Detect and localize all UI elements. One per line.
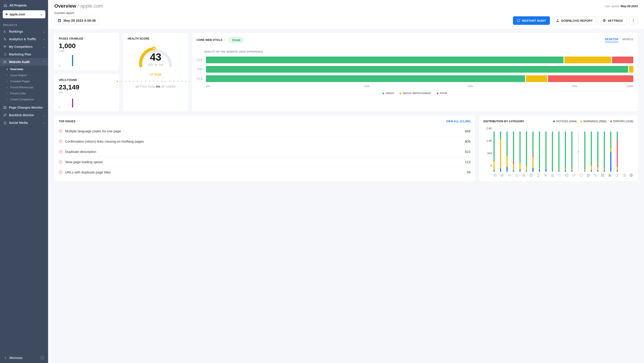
category-icon[interactable] bbox=[536, 173, 540, 177]
issue-name: Slow page loading speed bbox=[65, 160, 103, 164]
cwv-row: CLS: bbox=[196, 75, 633, 82]
view-all-link[interactable]: VIEW ALL (11,490) bbox=[446, 120, 470, 123]
nav-list: Rankings ⌄ Analytics & Traffic ⌄ My Comp… bbox=[0, 28, 48, 126]
category-icon[interactable] bbox=[508, 173, 512, 177]
list-icon bbox=[3, 52, 7, 56]
svg-point-2 bbox=[4, 61, 5, 62]
category-icon[interactable] bbox=[572, 173, 576, 177]
sidebar-heading: PROJECTS bbox=[0, 20, 48, 28]
health-score-card: HEALTH SCOREi 43 OUT OF 100 bbox=[123, 33, 188, 111]
dist-chart: 2.6K1.9K6440 ✓ bbox=[484, 127, 633, 172]
category-icon[interactable] bbox=[629, 173, 633, 177]
cwv-subtitle: QUALITY OF THE WEBSITE USER EXPERIENCE bbox=[204, 50, 633, 53]
nav-marketing[interactable]: Marketing Plan bbox=[0, 50, 48, 58]
sub-found-links[interactable]: Found Links bbox=[0, 90, 48, 96]
category-icon[interactable] bbox=[515, 173, 519, 177]
category-icon[interactable] bbox=[558, 173, 562, 177]
chevron-down-icon: ⌄ bbox=[43, 45, 45, 48]
tab-mobile[interactable]: MOBILE bbox=[622, 38, 633, 42]
issue-row[interactable]: ✕ Duplicate description 522 bbox=[59, 147, 470, 157]
page-header: Overview / apple.com Last update May-29 … bbox=[48, 0, 644, 29]
all-projects-label: All Projects bbox=[10, 3, 26, 7]
nav-social[interactable]: Social Media ⌄ bbox=[0, 119, 48, 126]
category-icon[interactable] bbox=[608, 173, 612, 177]
pages-crawled-card: PAGES CRAWLEDi 1,000 1200 0 bbox=[54, 33, 119, 70]
issue-name: URLs with duplicate page titles bbox=[65, 170, 111, 174]
nav-label: My Competitors bbox=[9, 45, 33, 48]
nav-analytics[interactable]: Analytics & Traffic ⌄ bbox=[0, 35, 48, 43]
category-icon[interactable] bbox=[579, 173, 583, 177]
cwv-row: FID: bbox=[196, 66, 633, 73]
cwv-metric-label: CLS: bbox=[196, 77, 203, 80]
category-icon[interactable] bbox=[500, 173, 504, 177]
nav-competitors[interactable]: My Competitors ⌄ bbox=[0, 43, 48, 50]
category-icon[interactable] bbox=[529, 173, 533, 177]
category-icon[interactable] bbox=[622, 173, 626, 177]
refresh-icon bbox=[517, 19, 520, 22]
nav-label: Backlink Monitor bbox=[9, 113, 34, 117]
category-icon[interactable] bbox=[565, 173, 569, 177]
sub-crawl-comparison[interactable]: Crawl Comparison bbox=[0, 96, 48, 102]
card-title: DISTRIBUTION BY CATEGORY bbox=[484, 120, 524, 123]
category-icon[interactable] bbox=[615, 173, 619, 177]
all-projects-link[interactable]: All Projects bbox=[3, 3, 46, 7]
category-icon[interactable] bbox=[522, 173, 526, 177]
info-icon[interactable]: i bbox=[526, 120, 526, 123]
cwv-axis: 0%25%50%75%100% bbox=[206, 85, 633, 88]
svg-point-1 bbox=[5, 46, 6, 46]
sub-found-resources[interactable]: Found Resources bbox=[0, 84, 48, 90]
category-icon[interactable] bbox=[493, 173, 497, 177]
info-icon[interactable]: i bbox=[77, 120, 78, 123]
issue-row[interactable]: ✕ Confirmation (return) links missing on… bbox=[59, 136, 470, 147]
issue-row[interactable]: ✕ Slow page loading speed 113 bbox=[59, 157, 470, 167]
category-icon[interactable] bbox=[594, 173, 598, 177]
nav-page-changes[interactable]: Page Changes Monitor bbox=[0, 104, 48, 111]
issue-name: Duplicate description bbox=[65, 150, 96, 154]
category-icon[interactable] bbox=[600, 173, 605, 177]
category-icon[interactable] bbox=[544, 173, 548, 177]
cwv-bar bbox=[206, 66, 633, 73]
thumbs-up-icon bbox=[3, 121, 7, 124]
sub-nav: Overview Issue Report Crawled Pages Foun… bbox=[0, 66, 48, 104]
nav-rankings[interactable]: Rankings ⌄ bbox=[0, 28, 48, 35]
info-icon[interactable]: i bbox=[224, 38, 225, 42]
sidebar-footer: Minimize ? bbox=[0, 353, 48, 363]
sub-issue-report[interactable]: Issue Report bbox=[0, 72, 48, 78]
tab-desktop[interactable]: DESKTOP bbox=[605, 38, 618, 42]
help-icon[interactable]: ? bbox=[40, 356, 44, 360]
category-icon[interactable] bbox=[550, 173, 554, 177]
chevron-down-icon: ⌄ bbox=[40, 12, 43, 16]
report-date-picker[interactable]: May-29 2023 9:59:48 bbox=[54, 16, 99, 25]
restart-audit-button[interactable]: RESTART AUDIT bbox=[513, 16, 550, 25]
issue-row[interactable]: ✕ URLs with duplicate page titles 59 bbox=[59, 167, 470, 177]
svg-rect-4 bbox=[5, 106, 6, 109]
card-title: CORE WEB VITALS bbox=[196, 38, 222, 41]
cwv-row: LCP: bbox=[196, 56, 633, 63]
dist-legend: NOTICES (3484) WARNINGS (5568) ERRORS (2… bbox=[553, 120, 633, 123]
nav-backlink[interactable]: Backlink Monitor ⌄ bbox=[0, 111, 48, 119]
info-icon[interactable]: i bbox=[151, 37, 152, 40]
health-gauge: 43 OUT OF 100 bbox=[134, 42, 177, 71]
issue-row[interactable]: ✕ Multiple language codes for one page 8… bbox=[59, 126, 470, 136]
dist-col bbox=[500, 131, 501, 172]
home-icon bbox=[4, 3, 7, 7]
sub-crawled-pages[interactable]: Crawled Pages bbox=[0, 78, 48, 84]
users-icon bbox=[3, 45, 7, 48]
info-icon[interactable]: i bbox=[78, 78, 80, 82]
link-icon bbox=[3, 113, 7, 117]
arrow-left-icon[interactable] bbox=[4, 356, 7, 360]
minimize-label[interactable]: Minimize bbox=[10, 356, 22, 360]
project-name: apple.com bbox=[10, 12, 25, 16]
dist-col bbox=[564, 131, 566, 172]
dist-col bbox=[506, 131, 508, 172]
project-selector[interactable]: ⌘ apple.com ⌄ bbox=[3, 10, 46, 18]
sub-overview[interactable]: Overview bbox=[0, 66, 48, 72]
download-report-button[interactable]: DOWNLOAD REPORT bbox=[552, 16, 596, 25]
urls-found-card: URLS FOUNDi 23,149 32k 0 bbox=[54, 74, 119, 111]
category-icon[interactable] bbox=[586, 173, 590, 177]
nav-website-audit[interactable]: Website Audit ⌃ bbox=[0, 58, 48, 66]
more-menu-button[interactable]: ⋮ bbox=[629, 16, 638, 25]
dist-col bbox=[519, 131, 521, 172]
info-icon[interactable]: i bbox=[84, 37, 86, 40]
settings-button[interactable]: SETTINGS bbox=[598, 16, 626, 25]
